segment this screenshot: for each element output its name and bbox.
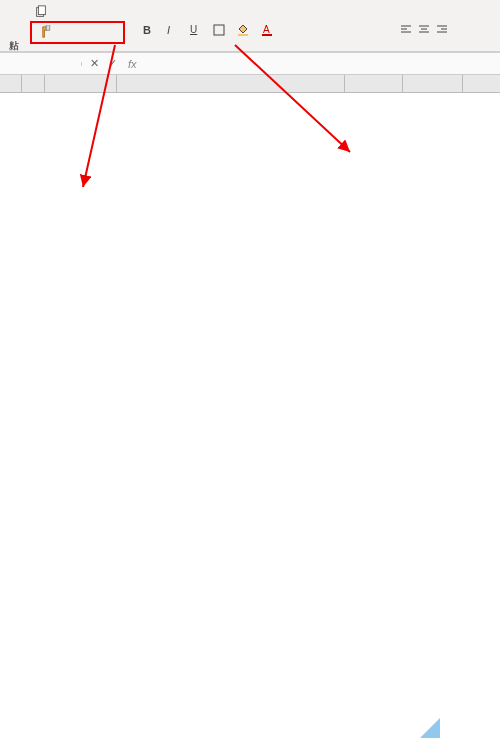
formula-bar: ✕ ✓ fx bbox=[0, 53, 500, 75]
svg-text:A: A bbox=[263, 24, 270, 35]
enter-icon[interactable]: ✓ bbox=[104, 57, 120, 70]
formula-input[interactable] bbox=[141, 56, 500, 72]
col-header-C[interactable] bbox=[117, 75, 345, 92]
underline-icon[interactable]: U bbox=[189, 24, 201, 36]
border-icon[interactable] bbox=[213, 24, 225, 36]
col-header-A[interactable] bbox=[22, 75, 45, 92]
font-color-icon[interactable]: A bbox=[261, 24, 273, 36]
svg-text:I: I bbox=[167, 24, 170, 36]
paste-button[interactable]: 粘贴 bbox=[4, 22, 22, 41]
cancel-icon[interactable]: ✕ bbox=[86, 57, 102, 70]
format-painter-button[interactable] bbox=[37, 23, 62, 41]
copy-button[interactable] bbox=[30, 4, 54, 20]
ribbon: 粘贴 B I U A bbox=[0, 0, 500, 52]
align-left-icon[interactable] bbox=[400, 24, 412, 36]
column-headers bbox=[0, 75, 500, 93]
copy-icon bbox=[34, 5, 48, 19]
svg-text:U: U bbox=[190, 24, 197, 35]
fx-icon[interactable]: fx bbox=[124, 58, 141, 70]
svg-rect-2 bbox=[46, 25, 50, 30]
align-center-icon[interactable] bbox=[418, 24, 430, 36]
col-header-B[interactable] bbox=[45, 75, 117, 92]
fill-color-icon[interactable] bbox=[237, 24, 249, 36]
svg-rect-9 bbox=[262, 34, 272, 36]
align-right-icon[interactable] bbox=[436, 24, 448, 36]
italic-icon[interactable]: I bbox=[165, 24, 177, 36]
svg-rect-6 bbox=[214, 25, 224, 35]
svg-rect-7 bbox=[238, 34, 248, 36]
svg-rect-1 bbox=[38, 6, 45, 15]
col-header-D[interactable] bbox=[345, 75, 403, 92]
brush-icon bbox=[41, 25, 55, 39]
name-box[interactable] bbox=[0, 62, 82, 66]
decorative-triangle bbox=[420, 718, 440, 738]
col-header-E[interactable] bbox=[403, 75, 463, 92]
svg-text:B: B bbox=[143, 24, 151, 36]
spreadsheet-grid[interactable] bbox=[0, 75, 500, 93]
bold-icon[interactable]: B bbox=[141, 24, 153, 36]
